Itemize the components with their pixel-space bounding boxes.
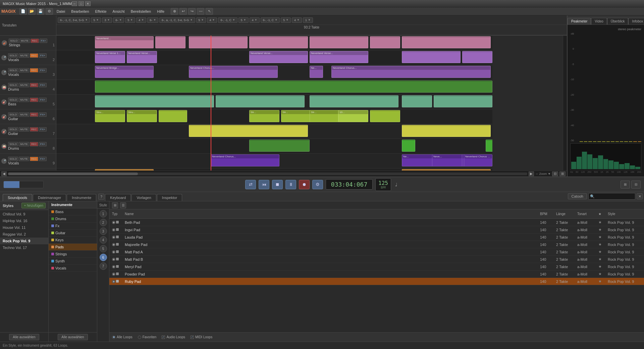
col-tonart[interactable]: Tonart xyxy=(577,212,596,216)
loop-play-beth[interactable]: ▶ xyxy=(112,221,115,224)
clip-vocals3-1[interactable]: Neverland Bridge... xyxy=(95,66,154,78)
rec-btn-5[interactable]: REC xyxy=(30,98,38,102)
clip-vocals2-4[interactable]: Neverland Verse... xyxy=(310,51,368,63)
loop-star-meryl[interactable]: ★ xyxy=(598,264,605,269)
mute-btn-3[interactable]: MUTE xyxy=(19,68,29,72)
filter-midi[interactable]: ✓ MIDI Loops xyxy=(191,335,212,339)
key-seg-5[interactable]: 4▼ xyxy=(136,17,146,23)
prev-button[interactable]: ⏮ xyxy=(259,180,269,189)
loop-play-powder[interactable]: ▶ xyxy=(112,272,115,276)
rec-btn-4[interactable]: REC xyxy=(30,83,38,87)
solo-btn-6[interactable]: SOLO xyxy=(8,112,18,117)
instrument-drums[interactable]: Drums xyxy=(49,215,97,222)
search-close-btn[interactable]: ✕ xyxy=(637,193,643,199)
rec-btn-1[interactable]: REC xyxy=(31,39,39,43)
clip-vocals3-4[interactable]: Neverland Chorus... xyxy=(331,66,491,78)
mute-btn-6[interactable]: MUTE xyxy=(19,112,29,117)
view-btn-1[interactable]: ⊞ xyxy=(621,181,630,189)
loop-item-mattA[interactable]: ▶ Matt Pad A 140 2 Takte a-Moll ★ Rock P… xyxy=(109,248,644,256)
loop-item-beth[interactable]: ▶ Beth Pad 140 2 Takte a-Moll ★ Rock Pop… xyxy=(109,219,644,226)
clip-drums8-1[interactable] xyxy=(249,140,310,152)
clip-vocals2-2[interactable]: Neverland Verse... xyxy=(127,51,157,63)
rec-btn-6[interactable]: REC xyxy=(30,112,38,117)
mute-btn-5[interactable]: MUTE xyxy=(19,98,29,102)
mute-btn-7[interactable]: MUTE xyxy=(19,127,29,132)
mute-btn-1[interactable]: MUTE xyxy=(19,39,30,43)
rec-btn-3[interactable]: REC xyxy=(30,68,38,72)
stufe-5[interactable]: 5 xyxy=(100,245,107,252)
fx-btn-9[interactable]: FX+ xyxy=(39,157,47,161)
solo-btn-3[interactable]: SOLO xyxy=(8,68,18,72)
file-icon-btn[interactable]: 📄 xyxy=(19,8,27,15)
loop-star-powder[interactable]: ★ xyxy=(598,272,605,276)
clip-vocals2-6[interactable] xyxy=(462,51,492,63)
col-star[interactable]: ★ xyxy=(598,212,605,216)
clip-keys10-1[interactable] xyxy=(95,169,154,170)
menu-bereitstellen[interactable]: Bereitstellen xyxy=(128,9,154,14)
track-vertical-scrollbar[interactable] xyxy=(563,36,567,170)
clip-drums8-2[interactable] xyxy=(402,140,415,152)
clip-keys10-2[interactable] xyxy=(402,169,491,170)
bpm-value[interactable]: 125 xyxy=(378,180,388,186)
instrument-bass[interactable]: Bass xyxy=(49,208,97,215)
solo-btn-2[interactable]: SOLO xyxy=(8,53,18,58)
pause-button[interactable]: ⏸ xyxy=(285,180,296,189)
scroll-right-btn[interactable]: ▶ xyxy=(529,171,534,176)
stufe-3[interactable]: 3 xyxy=(100,228,107,235)
clip-guitar7-1[interactable] xyxy=(189,125,308,137)
key-seg-9[interactable]: 4▼ xyxy=(207,17,217,23)
filter-favoriten[interactable]: Favoriten xyxy=(138,335,157,339)
key-seg-6[interactable]: 6-▼ xyxy=(147,17,158,23)
style-item-chillout[interactable]: Chillout Vol. 9 xyxy=(0,211,48,217)
metronome-button[interactable]: ♩ xyxy=(394,181,399,189)
radio-favoriten[interactable] xyxy=(138,336,141,339)
loop-star-ruby[interactable]: ★ xyxy=(598,279,605,284)
menu-bearbeiten[interactable]: Bearbeiten xyxy=(68,9,92,14)
loop-star-majorelle[interactable]: ★ xyxy=(598,242,605,247)
fx-btn-4[interactable]: FX+ xyxy=(39,83,47,87)
loop-item-ruby[interactable]: ▶ Ruby Pad 140 2 Takte a-Moll ★ Rock Pop… xyxy=(109,278,644,285)
stop-button[interactable]: ⏹ xyxy=(272,180,283,189)
loop-play-majorelle[interactable]: ▶ xyxy=(112,243,115,246)
fx-btn-7[interactable]: FX+ xyxy=(39,127,47,132)
rec-btn-2[interactable]: REC xyxy=(30,53,38,58)
menu-hilfe[interactable]: Hilfe xyxy=(154,9,167,14)
settings-button[interactable]: ⚙ xyxy=(312,180,323,189)
clip-drums8-3[interactable] xyxy=(486,140,492,152)
clip-guitar6-7[interactable]: 10... xyxy=(338,110,368,122)
clip-guitar6-4[interactable]: Str... xyxy=(249,110,279,122)
view-btn-2[interactable]: ⊟ xyxy=(631,181,641,189)
fx-btn-3[interactable]: FX+ xyxy=(39,68,47,72)
record-button[interactable]: ⏺ xyxy=(299,180,310,189)
tab-instrumente[interactable]: Instrumente xyxy=(67,194,96,201)
horizontal-scroll-bar[interactable]: ◀ ▶ ↔ Zoom ▼ ⊟ ⊞ xyxy=(0,170,567,177)
rec-btn-8[interactable]: REC xyxy=(30,142,38,146)
key-seg-14[interactable]: 5▼ xyxy=(281,17,291,23)
instrument-strings[interactable]: Strings xyxy=(49,251,97,258)
loop-item-meryl[interactable]: ▶ Meryl Pad 140 2 Takte a-Moll ★ Rock Po… xyxy=(109,263,644,270)
clip-vocals2-1[interactable]: Neverland Verse 1... xyxy=(95,51,125,63)
loop-item-ingvi[interactable]: ▶ Ingvi Pad 140 2 Takte a-Moll ★ Rock Po… xyxy=(109,226,644,234)
loop-star-mattB[interactable]: ★ xyxy=(598,257,605,261)
clip-guitar6-2[interactable]: Stru... xyxy=(127,110,157,122)
clip-strings-6[interactable] xyxy=(370,36,400,48)
mute-btn-4[interactable]: MUTE xyxy=(19,83,29,87)
clip-vocals9-4[interactable]: Neverland Chorus B... xyxy=(464,154,492,166)
solo-btn-1[interactable]: SOLO xyxy=(9,39,19,43)
clip-guitar6-3[interactable] xyxy=(159,110,187,122)
col-typ[interactable]: Typ xyxy=(112,212,122,216)
clip-strings-3[interactable] xyxy=(189,36,248,48)
style-item-rockpop[interactable]: Rock Pop Vol. 9 xyxy=(0,238,48,244)
menu-effekte[interactable]: Effekte xyxy=(93,9,109,14)
style-item-techno[interactable]: Techno Vol. 17 xyxy=(0,244,48,251)
save-icon-btn[interactable]: 💾 xyxy=(37,8,44,15)
add-style-button[interactable]: + hinzufügen xyxy=(21,203,46,208)
h-scroll-track[interactable] xyxy=(8,172,527,175)
clip-vocals2-3[interactable]: Neverland Verse... xyxy=(249,51,308,63)
fx-btn-2[interactable]: FX+ xyxy=(39,53,47,58)
key-seg-2[interactable]: 3▼ xyxy=(102,17,112,23)
stufe-6[interactable]: 6 xyxy=(100,254,107,261)
close-button[interactable]: ✕ xyxy=(85,1,91,6)
stufe-4[interactable]: 4 xyxy=(100,236,107,244)
clip-strings-4[interactable] xyxy=(249,36,308,48)
